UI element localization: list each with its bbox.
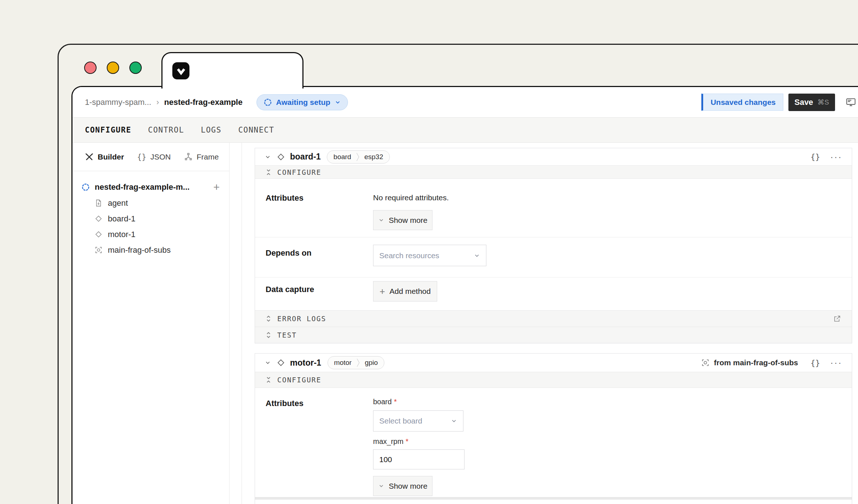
fragment-icon	[94, 246, 103, 254]
add-method-button[interactable]: + Add method	[373, 281, 437, 302]
show-more-label: Show more	[389, 216, 427, 225]
collapse-chevron-icon[interactable]	[265, 154, 271, 160]
resource-card-board-1: board-1 board esp32 {} ···	[255, 148, 852, 343]
depends-on-section: Depends on Search resources	[255, 237, 852, 277]
configure-section-header[interactable]: CONFIGURE	[255, 372, 852, 388]
chevron-down-icon	[378, 217, 384, 223]
save-button[interactable]: Save ⌘S	[788, 94, 835, 111]
resource-model: gpio	[360, 359, 383, 367]
show-more-label: Show more	[389, 482, 427, 491]
resource-model: esp32	[360, 153, 388, 161]
resource-tree: nested-frag-example-m... + agent board-1	[73, 171, 229, 258]
mode-builder[interactable]: Builder	[85, 153, 124, 161]
tab-logs[interactable]: LOGS	[201, 126, 222, 134]
tree-item-label: agent	[108, 198, 128, 208]
edit-json-icon[interactable]: {}	[811, 358, 820, 367]
max-rpm-input[interactable]	[373, 449, 465, 469]
select-board-dropdown[interactable]: Select board	[373, 410, 463, 432]
card-menu-button[interactable]: ···	[830, 152, 842, 162]
machine-monitor-icon[interactable]	[846, 98, 856, 107]
tree-item-motor-1[interactable]: motor-1	[81, 227, 229, 242]
window-zoom-button[interactable]	[129, 62, 142, 74]
builder-tools-icon	[85, 153, 94, 161]
chevron-down-icon	[334, 99, 341, 106]
agent-file-icon	[94, 199, 103, 207]
no-required-attributes-text: No required attributes.	[373, 193, 449, 202]
status-badge-label: Awaiting setup	[276, 98, 330, 107]
attributes-label: Attributes	[266, 179, 373, 237]
mode-json-label: JSON	[150, 153, 171, 161]
awaiting-spinner-icon	[263, 98, 272, 107]
window-close-button[interactable]	[84, 62, 97, 74]
open-external-icon[interactable]	[833, 315, 841, 323]
add-resource-button[interactable]: +	[213, 182, 220, 193]
configure-main-panel: board-1 board esp32 {} ···	[242, 143, 858, 504]
data-capture-label: Data capture	[266, 277, 373, 310]
desktop-background: 1-spammy-spam... › nested-frag-example A…	[0, 0, 858, 504]
resource-type: motor	[329, 359, 357, 367]
tree-item-label: main-frag-of-subs	[108, 245, 171, 255]
pill-divider-icon	[356, 151, 360, 163]
card-header: motor-1 motor gpio from main-frag-of-sub…	[255, 354, 852, 372]
save-button-label: Save	[794, 98, 813, 107]
window-controls	[84, 62, 142, 74]
configure-section-label: CONFIGURE	[277, 168, 321, 176]
data-capture-section: Data capture + Add method	[255, 277, 852, 310]
browser-window: 1-spammy-spam... › nested-frag-example A…	[58, 44, 858, 504]
unsaved-changes-indicator[interactable]: Unsaved changes	[701, 94, 783, 111]
breadcrumb-current: nested-frag-example	[164, 98, 242, 107]
mode-builder-label: Builder	[98, 153, 124, 161]
card-header-actions: {} ···	[811, 152, 842, 162]
field-name: board	[373, 398, 392, 406]
window-minimize-button[interactable]	[107, 62, 119, 74]
fold-icon	[266, 169, 271, 176]
component-diamond-icon	[94, 214, 103, 223]
show-more-button[interactable]: Show more	[373, 210, 432, 230]
resource-type-pill: board esp32	[327, 150, 389, 164]
tab-configure[interactable]: CONFIGURE	[85, 126, 131, 134]
card-header: board-1 board esp32 {} ···	[255, 148, 852, 165]
show-more-button[interactable]: Show more	[373, 476, 432, 496]
select-board-placeholder: Select board	[379, 417, 422, 425]
app-page: 1-spammy-spam... › nested-frag-example A…	[71, 86, 858, 504]
next-section-start	[255, 500, 852, 504]
fold-icon	[266, 376, 271, 383]
mode-frame[interactable]: Frame	[184, 153, 219, 161]
status-badge[interactable]: Awaiting setup	[256, 94, 348, 110]
tab-control[interactable]: CONTROL	[148, 126, 184, 134]
pill-divider-icon	[356, 357, 360, 369]
component-diamond-icon	[276, 358, 286, 367]
board-field-label: board*	[373, 398, 397, 406]
browser-tab[interactable]	[161, 52, 303, 88]
mode-json[interactable]: {} JSON	[137, 153, 171, 161]
test-section-header[interactable]: TEST	[255, 327, 852, 343]
chevron-down-icon	[378, 483, 384, 489]
field-name: max_rpm	[373, 437, 403, 445]
add-method-label: Add method	[389, 287, 431, 296]
component-diamond-icon	[276, 152, 286, 162]
tree-item-board-1[interactable]: board-1	[81, 211, 229, 227]
edit-json-icon[interactable]: {}	[811, 152, 820, 161]
tree-item-label: motor-1	[108, 230, 136, 239]
tree-root-label: nested-frag-example-m...	[95, 182, 189, 192]
error-logs-section-header[interactable]: ERROR LOGS	[255, 310, 852, 327]
machine-nav-tabs: CONFIGURE CONTROL LOGS CONNECT	[73, 118, 858, 143]
required-asterisk: *	[406, 437, 408, 445]
collapse-chevron-icon[interactable]	[265, 359, 271, 366]
unsaved-changes-label: Unsaved changes	[710, 98, 776, 107]
unfold-icon	[266, 331, 271, 339]
viam-logo-icon	[172, 62, 189, 79]
tree-item-agent[interactable]: agent	[81, 195, 229, 211]
tree-item-label: board-1	[108, 214, 136, 224]
resource-type-pill: motor gpio	[328, 356, 385, 369]
search-resources-select[interactable]: Search resources	[373, 245, 486, 266]
configure-section-header[interactable]: CONFIGURE	[255, 165, 852, 179]
attributes-section: Attributes board* Select board	[255, 388, 852, 497]
chevron-down-icon	[474, 252, 480, 259]
max-rpm-field-label: max_rpm*	[373, 437, 408, 446]
tree-root-machine[interactable]: nested-frag-example-m... +	[81, 179, 229, 195]
tree-item-main-frag-of-subs[interactable]: main-frag-of-subs	[81, 242, 229, 258]
breadcrumb-parent[interactable]: 1-spammy-spam...	[85, 98, 151, 107]
tab-connect[interactable]: CONNECT	[238, 126, 274, 134]
card-menu-button[interactable]: ···	[830, 358, 842, 368]
